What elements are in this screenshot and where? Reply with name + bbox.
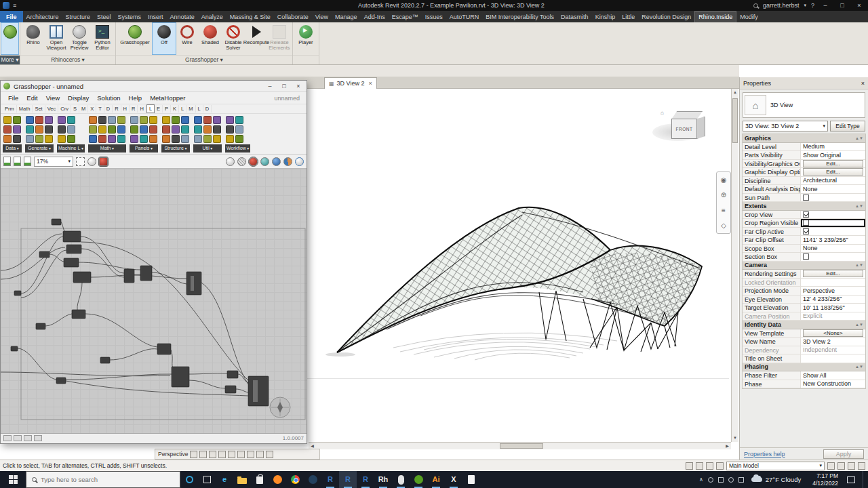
gh-menu-metahopper[interactable]: MetaHopper (146, 94, 189, 102)
gh-widget-icon[interactable] (3, 435, 12, 441)
gh-component-icon[interactable] (45, 135, 53, 143)
action-center-icon[interactable] (847, 476, 855, 483)
gh-category-tab-r-12[interactable]: R (130, 105, 138, 113)
property-value[interactable] (801, 219, 865, 227)
gh-component-icon[interactable] (140, 116, 148, 124)
gh-component-icon[interactable] (67, 125, 75, 134)
property-value[interactable]: <None> (801, 329, 865, 338)
show-desktop-button[interactable] (863, 471, 865, 488)
select-filter-icon[interactable] (848, 462, 855, 470)
type-selector-dropdown[interactable]: 3D View: 3D View 2▾ (743, 121, 828, 131)
scroll-right-icon[interactable]: ▶ (724, 443, 731, 449)
gh-menu-file[interactable]: File (5, 94, 22, 102)
gh-category-tab-h-13[interactable]: H (138, 105, 146, 113)
gh-category-tab-m-19[interactable]: M (186, 105, 195, 113)
gh-component-icon[interactable] (26, 125, 34, 134)
gh-category-tab-crv-4[interactable]: Crv (58, 105, 71, 113)
gh-menu-view[interactable]: View (43, 94, 63, 102)
gh-component-icon[interactable] (58, 125, 66, 134)
checkbox[interactable] (803, 228, 809, 235)
taskbar-search[interactable] (26, 471, 180, 488)
property-section-identity-data[interactable]: Identity Data▲▼ (743, 321, 865, 329)
ribbon-tab-systems[interactable]: Systems (115, 11, 145, 22)
ribbon-tab-kinship[interactable]: Kinship (592, 11, 619, 22)
task-view-icon[interactable] (198, 471, 216, 488)
checkbox[interactable] (803, 253, 809, 260)
vertical-scroll-thumb[interactable] (732, 98, 738, 143)
minimize-button[interactable]: – (819, 2, 831, 9)
gh-component-icon[interactable] (162, 125, 170, 134)
gh-component-icon[interactable] (149, 135, 157, 143)
rendering-dialog-icon[interactable] (228, 451, 235, 458)
gh-menu-display[interactable]: Display (64, 94, 92, 102)
scroll-down-icon[interactable]: ▼ (732, 434, 738, 442)
gh-selection-tool-icon[interactable] (76, 157, 85, 166)
gh-component-icon[interactable] (26, 135, 34, 143)
gh-component-icon[interactable] (172, 135, 180, 143)
gh-component-icon[interactable] (98, 125, 106, 134)
gh-component-icon[interactable] (58, 116, 66, 124)
horizontal-scroll-thumb[interactable] (500, 443, 543, 449)
help-icon[interactable]: ? (811, 2, 814, 9)
mouse-icon[interactable] (392, 471, 410, 488)
store-icon[interactable] (251, 471, 269, 488)
gh-component-icon[interactable] (203, 116, 212, 124)
property-section-graphics[interactable]: Graphics▲▼ (743, 134, 865, 143)
checkbox[interactable] (803, 195, 809, 201)
gh-component-icon[interactable] (35, 135, 43, 143)
ribbon-button-shaded[interactable]: Shaded (199, 23, 222, 54)
search-icon[interactable] (753, 3, 758, 8)
viewcube-home-icon[interactable]: ⌂ (660, 110, 664, 116)
property-edit-button[interactable]: Edit... (803, 270, 863, 277)
gh-component-icon[interactable] (130, 135, 138, 143)
gh-component-icon[interactable] (35, 116, 43, 124)
type-selector[interactable]: ⌂ 3D View (743, 92, 865, 118)
gh-component-icon[interactable] (130, 125, 138, 134)
property-edit-button[interactable]: <None> (803, 329, 863, 337)
ribbon-button-open-viewport[interactable]: Open Viewport (45, 23, 68, 54)
horizontal-scrollbar[interactable]: ◀ ▶ (309, 442, 731, 449)
gh-category-tab-k-17[interactable]: K (171, 105, 179, 113)
ribbon-tab-annotate[interactable]: Annotate (167, 11, 198, 22)
ribbon-tab-steel[interactable]: Steel (94, 11, 115, 22)
illustrator-icon[interactable]: Ai (427, 471, 445, 488)
ribbon-button-disable-solver[interactable]: Disable Solver (222, 23, 245, 54)
property-value[interactable] (801, 211, 865, 219)
gh-component-icon[interactable] (181, 135, 189, 143)
gh-nodes[interactable] (11, 219, 269, 406)
gh-component-icon[interactable] (3, 135, 12, 143)
ribbon-button-toggle-preview[interactable]: Toggle Preview (68, 23, 91, 54)
rhino-icon[interactable]: Rh (374, 471, 392, 488)
property-value[interactable]: Show Original (801, 151, 865, 159)
gh-no-preview-icon[interactable] (226, 157, 235, 166)
gh-widget-icon[interactable] (34, 435, 42, 441)
sun-path-icon[interactable] (209, 451, 216, 458)
gh-category-tab-l-14[interactable]: L (146, 104, 155, 113)
design-options-icon[interactable] (696, 462, 703, 470)
gh-component-icon[interactable] (235, 135, 243, 143)
gh-category-tab-p-16[interactable]: P (163, 105, 171, 113)
ribbon-tab-rhino-inside[interactable]: Rhino.Inside (694, 11, 736, 22)
chrome-icon[interactable] (286, 471, 304, 488)
gh-category-tab-l-18[interactable]: L (179, 105, 186, 113)
property-value[interactable]: 12' 4 233/256" (801, 296, 865, 304)
scroll-up-icon[interactable]: ▲ (732, 89, 738, 96)
ribbon-button-release-elements[interactable]: Release Elements (268, 23, 291, 54)
ribbon-tab-massing-site[interactable]: Massing & Site (226, 11, 274, 22)
gh-component-icon[interactable] (45, 116, 53, 124)
show-crop-region-icon[interactable] (247, 451, 254, 458)
gh-component-icon[interactable] (89, 116, 97, 124)
gh-menu-help[interactable]: Help (125, 94, 146, 102)
ribbon-tab-collaborate[interactable]: Collaborate (274, 11, 312, 22)
ribbon-button-more-tools[interactable] (1, 23, 18, 54)
gh-component-icon[interactable] (181, 125, 189, 134)
pavilion-3d-model[interactable] (298, 89, 732, 445)
pan-icon[interactable]: ≡ (722, 207, 726, 214)
gh-component-icon[interactable] (108, 125, 116, 134)
property-section-camera[interactable]: Camera▲▼ (743, 262, 865, 270)
ribbon-button-player[interactable]: Player (294, 23, 317, 54)
gh-category-tab-x-7[interactable]: X (88, 105, 96, 113)
gh-widget-icon[interactable] (14, 435, 22, 441)
gh-component-icon[interactable] (172, 125, 180, 134)
property-value[interactable]: Perspective (801, 287, 865, 295)
